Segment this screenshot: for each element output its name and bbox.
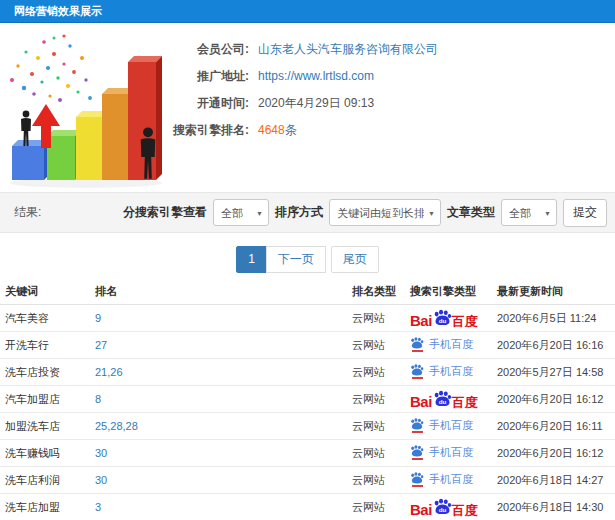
baidu-mobile-label: 手机百度 (429, 447, 473, 458)
open-time-label: 开通时间: (167, 90, 249, 117)
rank-type-cell: 云网站 (352, 419, 410, 434)
engine-filter-label: 分搜索引擎查看 (123, 204, 207, 221)
rank-link[interactable]: 8 (95, 393, 101, 405)
rank-link[interactable]: 9 (95, 312, 101, 324)
rank-type-cell: 云网站 (352, 446, 410, 461)
updated-cell: 2020年6月18日 14:27 (497, 473, 615, 488)
keyword-cell: 洗车店利润 (5, 473, 95, 488)
search-engine-cell: 手机百度 (410, 417, 497, 435)
rank-type-cell: 云网站 (352, 500, 410, 515)
red-underline (412, 431, 423, 433)
engine-rank-value: 4648条 (258, 117, 438, 144)
baidu-paw-icon (410, 417, 424, 430)
rank-link[interactable]: 3 (95, 501, 101, 513)
promo-url-link[interactable]: https://www.lrtlsd.com (258, 69, 374, 83)
baidu-mobile-logo: 手机百度 (410, 471, 473, 487)
baidu-mobile-logo: 手机百度 (410, 444, 473, 460)
red-underline (412, 458, 423, 460)
red-underline (412, 377, 423, 379)
engine-filter-select[interactable]: 全部 (214, 200, 268, 225)
baidu-logo-bai: Bai (410, 394, 432, 409)
keyword-ranking-table: 关键词 排名 排名类型 搜索引擎类型 最新更新时间 汽车美容 9 云网站 Bai… (0, 278, 615, 520)
header-rank-type: 排名类型 (352, 284, 410, 299)
company-name-link[interactable]: 山东老人头汽车服务咨询有限公司 (258, 42, 438, 56)
updated-cell: 2020年5月27日 14:58 (497, 365, 615, 380)
baidu-logo-bai: Bai (410, 502, 432, 517)
filter-bar: 结果: 分搜索引擎查看 全部 ▼ 排序方式 关键词由短到长排序 ▼ 文章类型 全… (0, 192, 615, 233)
rank-link[interactable]: 30 (95, 447, 107, 459)
baidu-mobile-label: 手机百度 (429, 339, 473, 350)
last-page-button[interactable]: 尾页 (331, 246, 379, 273)
baidu-logo-cn: 百度 (452, 504, 478, 517)
rank-type-cell: 云网站 (352, 365, 410, 380)
table-row: 洗车店利润 30 云网站 手机百度 2020年6月18日 14:27 (0, 467, 615, 494)
rank-type-cell: 云网站 (352, 473, 410, 488)
header-keyword: 关键词 (5, 284, 95, 299)
growth-chart-illustration (4, 28, 174, 190)
table-row: 洗车赚钱吗 30 云网站 手机百度 2020年6月20日 16:12 (0, 440, 615, 467)
search-engine-cell: Baidu百度 (410, 308, 497, 328)
rank-type-cell: 云网站 (352, 392, 410, 407)
search-engine-cell: 手机百度 (410, 363, 497, 381)
filter-controls: 分搜索引擎查看 全部 ▼ 排序方式 关键词由短到长排序 ▼ 文章类型 全部 ▼ … (123, 199, 607, 227)
search-engine-cell: Baidu百度 (410, 389, 497, 409)
confetti-dots (10, 34, 92, 102)
table-row: 汽车美容 9 云网站 Baidu百度 2020年6月5日 11:24 (0, 305, 615, 332)
baidu-mobile-paw-icon (410, 336, 424, 352)
rank-link[interactable]: 27 (95, 339, 107, 351)
table-header-row: 关键词 排名 排名类型 搜索引擎类型 最新更新时间 (0, 278, 615, 305)
baidu-logo-cn: 百度 (452, 396, 478, 409)
rank-link[interactable]: 21,26 (95, 366, 123, 378)
article-type-select[interactable]: 全部 (502, 200, 556, 225)
baidu-mobile-label: 手机百度 (429, 366, 473, 377)
baidu-mobile-paw-icon (410, 471, 424, 487)
baidu-pc-logo: Baidu百度 (410, 308, 478, 328)
sort-select-wrap: 关键词由短到长排序 ▼ (329, 199, 441, 226)
baidu-paw-icon: du (433, 389, 452, 407)
title-bar: 网络营销效果展示 (0, 0, 615, 23)
marketing-report-page: 网络营销效果展示 (0, 0, 615, 520)
search-engine-cell: 手机百度 (410, 471, 497, 489)
baidu-mobile-label: 手机百度 (429, 474, 473, 485)
baidu-paw-icon (410, 336, 424, 349)
rank-link[interactable]: 30 (95, 474, 107, 486)
baidu-mobile-logo: 手机百度 (410, 417, 473, 433)
updated-cell: 2020年6月20日 16:11 (497, 419, 615, 434)
article-type-label: 文章类型 (447, 204, 495, 221)
open-time-value: 2020年4月29日 09:13 (258, 90, 438, 117)
updated-cell: 2020年6月18日 14:30 (497, 500, 615, 515)
growth-chart-graphic (4, 28, 174, 190)
keyword-cell: 汽车加盟店 (5, 392, 95, 407)
updated-cell: 2020年6月5日 11:24 (497, 311, 615, 326)
svg-text:du: du (439, 506, 447, 513)
baidu-paw-icon (410, 363, 424, 376)
search-engine-cell: Baidu百度 (410, 497, 497, 517)
baidu-paw-icon (410, 444, 424, 457)
keyword-cell: 洗车店加盟 (5, 500, 95, 515)
member-info-list: 会员公司: 山东老人头汽车服务咨询有限公司 推广地址: https://www.… (167, 36, 438, 144)
next-page-button[interactable]: 下一页 (266, 246, 326, 273)
baidu-pc-logo: Baidu百度 (410, 389, 478, 409)
baidu-paw-icon: du (433, 308, 452, 326)
header-engine-type: 搜索引擎类型 (410, 284, 497, 299)
result-label: 结果: (14, 204, 41, 221)
submit-button[interactable]: 提交 (563, 199, 607, 227)
page-1-button[interactable]: 1 (236, 246, 267, 273)
updated-cell: 2020年6月20日 16:16 (497, 338, 615, 353)
red-underline (412, 485, 423, 487)
engine-filter-select-wrap: 全部 ▼ (213, 199, 269, 226)
rank-count: 4648 (258, 123, 285, 137)
updated-cell: 2020年6月20日 16:12 (497, 446, 615, 461)
rank-link[interactable]: 25,28,28 (95, 420, 138, 432)
svg-text:du: du (439, 317, 447, 324)
pagination: 1 下一页 尾页 (0, 246, 615, 273)
baidu-logo-cn: 百度 (452, 315, 478, 328)
baidu-paw-icon (410, 471, 424, 484)
rank-type-cell: 云网站 (352, 338, 410, 353)
baidu-paw-icon: du (433, 497, 452, 515)
sort-select[interactable]: 关键词由短到长排序 (330, 200, 440, 225)
baidu-mobile-paw-icon (410, 417, 424, 433)
updated-cell: 2020年6月20日 16:12 (497, 392, 615, 407)
baidu-pc-logo: Baidu百度 (410, 497, 478, 517)
table-row: 加盟洗车店 25,28,28 云网站 手机百度 2020年6月20日 16:11 (0, 413, 615, 440)
